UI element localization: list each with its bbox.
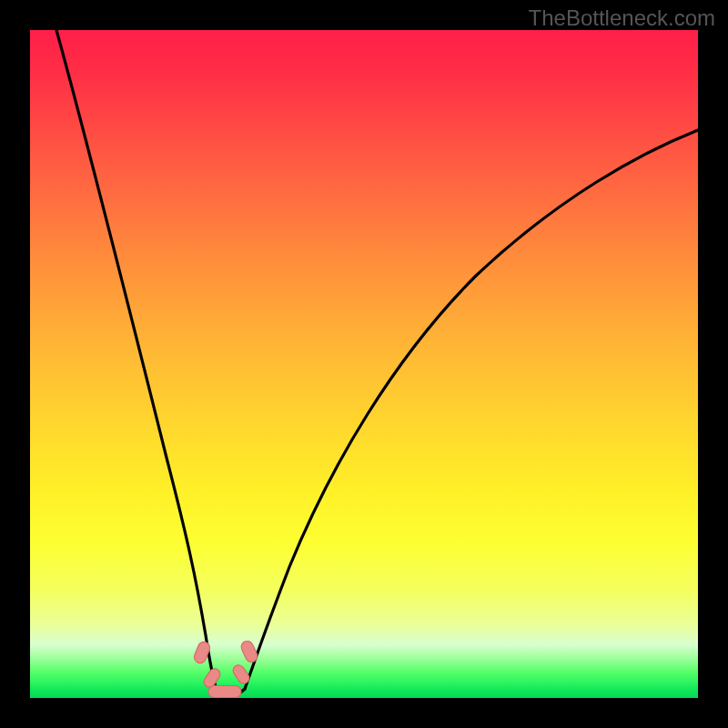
marker-right-upper — [239, 639, 259, 663]
left-branch-curve — [56, 30, 217, 690]
curve-group — [56, 30, 698, 695]
right-branch-curve — [245, 130, 698, 689]
chart-svg — [30, 30, 698, 698]
chart-frame: TheBottleneck.com — [0, 0, 728, 728]
plot-area — [30, 30, 698, 698]
marker-floor — [208, 686, 241, 698]
marker-group — [192, 639, 258, 697]
svg-rect-2 — [239, 639, 259, 663]
svg-rect-4 — [208, 686, 241, 698]
watermark-text: TheBottleneck.com — [529, 5, 715, 31]
